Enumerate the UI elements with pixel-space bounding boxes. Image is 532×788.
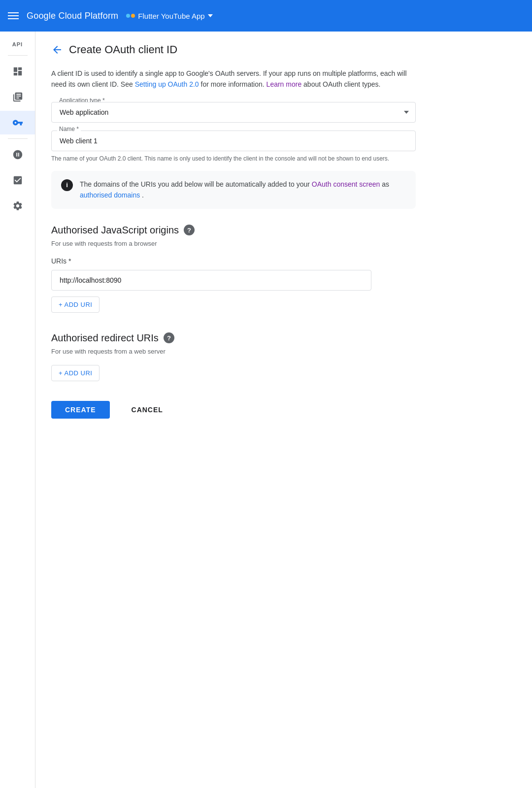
api-label: API <box>12 35 23 51</box>
application-type-select[interactable]: Web application Android Chrome App iOS D… <box>51 102 416 123</box>
learn-more-link[interactable]: Learn more <box>266 80 302 88</box>
js-origins-help-icon[interactable]: ? <box>184 225 195 235</box>
oauth-setup-link[interactable]: Setting up OAuth 2.0 <box>135 80 199 88</box>
authorised-domains-link[interactable]: authorised domains <box>80 191 140 199</box>
js-uri-input-wrapper <box>51 270 416 291</box>
brand-name: Google Cloud Platform <box>27 11 118 21</box>
redirect-uris-title-text: Authorised redirect URIs <box>51 332 159 344</box>
dashboard-icon <box>12 66 23 77</box>
name-field: Name * The name of your OAuth 2.0 client… <box>51 131 416 163</box>
info-text: The domains of the URIs you add below wi… <box>80 179 406 201</box>
back-button[interactable] <box>51 44 63 56</box>
chevron-down-icon <box>208 14 213 17</box>
settings-icon <box>12 200 23 211</box>
sidebar-item-dashboard[interactable] <box>0 60 35 83</box>
redirect-uris-subtitle: For use with requests from a web server <box>51 348 416 355</box>
project-dots <box>126 14 135 18</box>
project-dot-blue <box>126 14 130 18</box>
js-add-uri-button[interactable]: + ADD URI <box>51 296 100 313</box>
project-selector[interactable]: Flutter YouTube App <box>126 12 212 20</box>
key-icon <box>12 117 23 128</box>
sidebar-item-check[interactable] <box>0 168 35 192</box>
js-origins-title-text: Authorised JavaScript origins <box>51 225 179 236</box>
back-arrow-icon <box>51 44 63 56</box>
description-text-2: for more information. <box>201 80 266 88</box>
library-icon <box>12 92 23 102</box>
form-actions: CREATE CANCEL <box>51 401 416 419</box>
consent-screen-link[interactable]: OAuth consent screen <box>312 180 380 188</box>
application-type-select-wrapper: Web application Android Chrome App iOS D… <box>51 102 416 123</box>
cancel-button[interactable]: CANCEL <box>118 401 177 419</box>
js-uris-label: URIs * <box>51 257 416 265</box>
js-origins-section: Authorised JavaScript origins ? For use … <box>51 225 416 313</box>
info-text-2: as <box>382 180 389 188</box>
js-uri-input[interactable] <box>51 270 371 291</box>
name-hint: The name of your OAuth 2.0 client. This … <box>51 154 416 163</box>
application-type-field: Application type * Web application Andro… <box>51 102 416 123</box>
sidebar-divider-mid <box>8 138 28 139</box>
main-content: Create OAuth client ID A client ID is us… <box>35 32 532 788</box>
top-navigation: Google Cloud Platform Flutter YouTube Ap… <box>0 0 532 32</box>
info-icon: i <box>61 179 73 191</box>
redirect-uris-help-icon[interactable]: ? <box>164 332 174 343</box>
create-button[interactable]: CREATE <box>51 401 110 419</box>
page-header: Create OAuth client ID <box>51 43 516 56</box>
check-square-icon <box>12 175 23 186</box>
sidebar-item-services[interactable] <box>0 143 35 166</box>
info-text-1: The domains of the URIs you add below wi… <box>80 180 312 188</box>
description-text: A client ID is used to identify a single… <box>51 68 416 90</box>
sidebar-item-credentials[interactable] <box>0 111 35 134</box>
project-dot-yellow <box>131 14 135 18</box>
sidebar: API <box>0 32 35 788</box>
redirect-uris-title: Authorised redirect URIs ? <box>51 332 416 344</box>
sidebar-divider-top <box>8 55 28 56</box>
name-label: Name * <box>57 126 81 132</box>
sidebar-item-library[interactable] <box>0 85 35 109</box>
redirect-add-uri-button[interactable]: + ADD URI <box>51 365 100 381</box>
redirect-uris-section: Authorised redirect URIs ? For use with … <box>51 332 416 381</box>
name-input[interactable] <box>51 131 416 151</box>
description-text-3: about OAuth client types. <box>303 80 380 88</box>
page-title: Create OAuth client ID <box>69 43 177 56</box>
services-icon <box>12 149 23 160</box>
sidebar-item-settings[interactable] <box>0 194 35 218</box>
project-name: Flutter YouTube App <box>138 12 204 20</box>
info-text-3: . <box>142 191 144 199</box>
menu-icon[interactable] <box>8 12 19 19</box>
info-box: i The domains of the URIs you add below … <box>51 171 416 209</box>
js-origins-subtitle: For use with requests from a browser <box>51 240 416 247</box>
js-origins-title: Authorised JavaScript origins ? <box>51 225 416 236</box>
